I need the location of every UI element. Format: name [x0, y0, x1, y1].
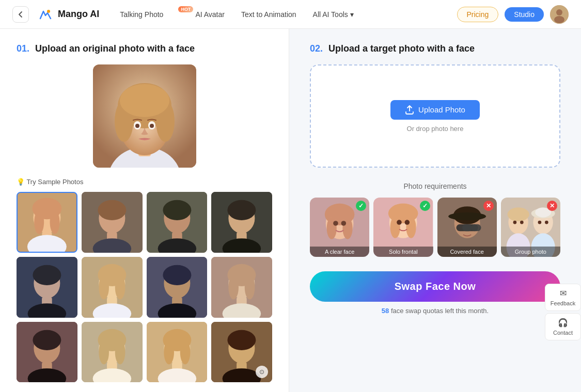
side-actions: ✉ Feedback 🎧 Contact — [545, 284, 581, 340]
svg-point-84 — [228, 330, 256, 350]
req-title: Photo requirements — [310, 182, 560, 190]
swap-face-button[interactable]: Swap Face Now — [310, 271, 560, 302]
logo: Mango AI — [37, 6, 99, 23]
nav-ai-avatar[interactable]: AI Avatar — [195, 10, 225, 19]
sample-photo-9[interactable] — [17, 322, 77, 383]
sample-photo-8[interactable] — [211, 257, 272, 318]
feedback-button[interactable]: ✉ Feedback — [545, 284, 581, 311]
sample-photo-1[interactable] — [17, 192, 77, 253]
drop-text: Or drop photo here — [407, 125, 464, 133]
requirements-grid: ✓ A clear face ✓ Solo frontal — [310, 198, 560, 257]
studio-button[interactable]: Studio — [505, 7, 544, 22]
header: Mango AI Talking Photo HOT AI Avatar Tex… — [0, 0, 581, 29]
svg-point-72 — [115, 340, 125, 364]
upload-photo-button[interactable]: Upload Photo — [390, 100, 480, 120]
quota-text: 58 face swap quotas left this month. — [310, 307, 560, 315]
logo-text: Mango AI — [58, 9, 99, 20]
contact-icon: 🎧 — [558, 318, 568, 328]
chevron-down-icon: ▾ — [350, 10, 354, 19]
req-badge-group-photo: ✕ — [547, 201, 557, 211]
svg-point-21 — [50, 210, 60, 234]
svg-point-48 — [115, 275, 125, 299]
sample-photo-5[interactable] — [17, 257, 77, 318]
svg-point-71 — [99, 340, 109, 364]
svg-point-3 — [556, 9, 562, 15]
svg-point-92 — [333, 221, 338, 226]
svg-point-112 — [520, 221, 524, 224]
req-label-clear-face: A clear face — [310, 247, 369, 257]
req-label-covered-face: Covered face — [437, 247, 497, 257]
sample-photo-3[interactable] — [147, 192, 208, 253]
nav-all-tools[interactable]: All AI Tools ▾ — [313, 10, 354, 19]
svg-point-100 — [405, 220, 410, 225]
svg-point-99 — [397, 220, 402, 225]
svg-point-59 — [229, 275, 239, 299]
svg-point-116 — [538, 221, 541, 224]
sample-photo-12[interactable]: ⊙ — [211, 322, 272, 383]
svg-point-12 — [120, 84, 169, 117]
sample-photo-10[interactable] — [82, 322, 143, 383]
svg-point-4 — [554, 16, 564, 23]
right-section-title: 02. Upload a target photo with a face — [310, 43, 560, 54]
svg-point-53 — [163, 265, 191, 285]
back-button[interactable] — [12, 6, 29, 23]
left-panel: 01. Upload an original photo with a face — [0, 29, 289, 392]
right-panel: 02. Upload a target photo with a face Up… — [289, 29, 581, 392]
req-label-solo-frontal: Solo frontal — [373, 247, 433, 257]
svg-point-1 — [47, 10, 50, 13]
sample-photo-grid: ⊙ — [17, 192, 272, 382]
svg-point-110 — [507, 207, 529, 221]
left-step-num: 01. — [17, 43, 29, 54]
req-label-group-photo: Group photo — [501, 247, 560, 257]
sample-photo-4[interactable] — [211, 192, 272, 253]
main-nav: Talking Photo HOT AI Avatar Text to Anim… — [120, 10, 457, 19]
req-covered-face: ✕ Covered face — [437, 198, 497, 257]
svg-point-117 — [545, 221, 548, 224]
avatar[interactable] — [550, 5, 569, 24]
svg-point-104 — [448, 213, 486, 220]
svg-point-20 — [34, 210, 44, 234]
sample-photo-11[interactable] — [147, 322, 208, 383]
svg-point-26 — [98, 200, 126, 220]
svg-point-91 — [342, 217, 352, 239]
svg-point-79 — [180, 340, 190, 364]
svg-point-15 — [135, 124, 139, 128]
quota-number: 58 — [382, 307, 389, 315]
right-step-num: 02. — [310, 43, 323, 54]
nav-talking-photo[interactable]: Talking Photo HOT — [120, 10, 179, 19]
req-solo-frontal: ✓ Solo frontal — [373, 198, 433, 257]
req-clear-face: ✓ A clear face — [310, 198, 369, 257]
nav-text-animation[interactable]: Text to Animation — [241, 10, 296, 19]
svg-point-41 — [33, 265, 61, 285]
svg-rect-106 — [462, 224, 472, 231]
sample-photo-6[interactable] — [82, 257, 143, 318]
svg-point-93 — [341, 221, 347, 226]
left-section-title: 01. Upload an original photo with a face — [17, 43, 272, 54]
upload-icon — [405, 105, 414, 115]
req-badge-solo-frontal: ✓ — [420, 201, 430, 211]
sample-photo-2[interactable] — [82, 192, 143, 253]
svg-point-31 — [163, 200, 191, 220]
svg-point-90 — [327, 217, 337, 239]
req-badge-covered-face: ✕ — [483, 201, 494, 211]
svg-point-60 — [245, 275, 255, 299]
svg-point-16 — [150, 124, 154, 128]
req-group-photo: ✕ Group photo — [501, 198, 560, 257]
nav-right: Pricing Studio — [457, 5, 569, 24]
pricing-button[interactable]: Pricing — [457, 7, 499, 22]
main-content: 01. Upload an original photo with a face — [0, 29, 581, 392]
sample-label: 💡 Try Sample Photos — [17, 178, 272, 186]
svg-rect-107 — [471, 224, 481, 231]
svg-point-111 — [513, 221, 516, 224]
upload-area[interactable]: Upload Photo Or drop photo here — [310, 64, 560, 168]
svg-point-78 — [164, 340, 174, 364]
svg-point-36 — [228, 200, 256, 220]
feedback-icon: ✉ — [560, 288, 567, 298]
sample-photo-7[interactable] — [147, 257, 208, 318]
hot-badge: HOT — [178, 6, 193, 12]
svg-point-98 — [406, 216, 416, 238]
svg-point-97 — [390, 216, 400, 238]
contact-button[interactable]: 🎧 Contact — [545, 313, 581, 340]
svg-point-47 — [99, 275, 109, 299]
svg-point-65 — [33, 330, 61, 350]
